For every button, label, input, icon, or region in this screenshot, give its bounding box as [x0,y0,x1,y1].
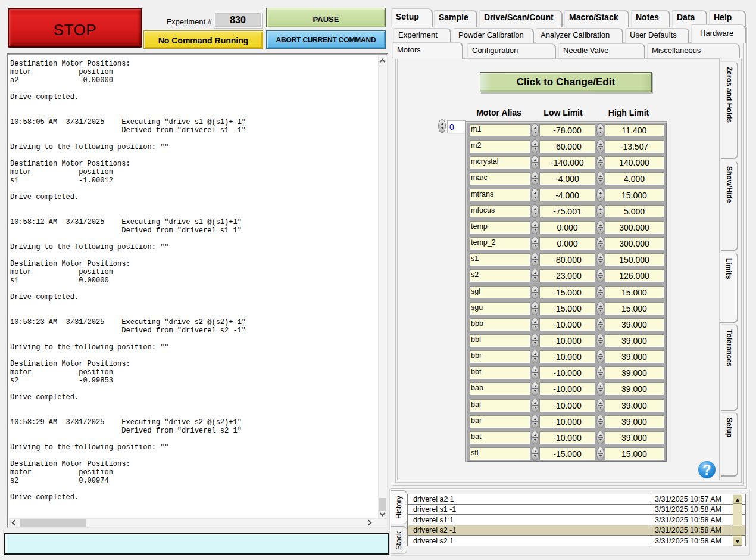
svg-text:?: ? [702,462,711,478]
